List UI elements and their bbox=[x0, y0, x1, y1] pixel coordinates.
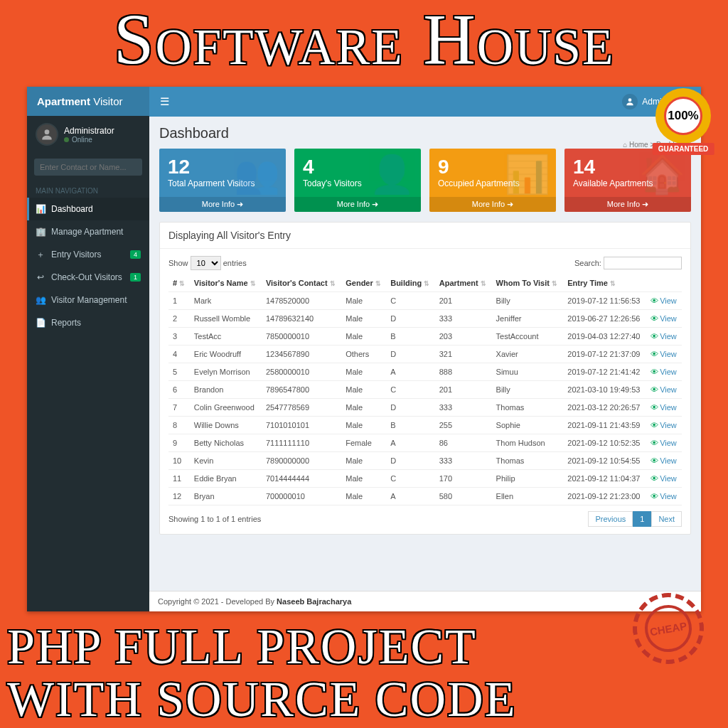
view-link[interactable]: 👁View bbox=[651, 332, 677, 341]
brand-light: Visitor bbox=[93, 95, 122, 107]
table-cell: Male bbox=[341, 310, 386, 328]
stat-card-3: 🏠14Available ApartmentsMore Info ➜ bbox=[564, 149, 691, 212]
view-link[interactable]: 👁View bbox=[651, 403, 677, 412]
eye-icon: 👁 bbox=[651, 350, 658, 358]
column-header[interactable]: Entry Time⇅ bbox=[563, 274, 646, 292]
sidebar-item-manage-apartment[interactable]: 🏢Manage Apartment bbox=[27, 220, 149, 243]
stat-bg-icon: 👤 bbox=[369, 153, 415, 196]
stats-row: 👥12Total Aparment VisitorsMore Info ➜👤4T… bbox=[159, 149, 691, 212]
sidebar-item-entry-visitors[interactable]: ＋Entry Visitors4 bbox=[27, 243, 149, 266]
stat-more-link[interactable]: More Info ➜ bbox=[429, 197, 556, 212]
table-cell: B bbox=[386, 328, 435, 346]
search-input[interactable] bbox=[34, 159, 142, 176]
sidebar-search: 🔍 bbox=[27, 153, 149, 181]
table-cell: 2019-07-12 21:41:42 bbox=[563, 363, 646, 381]
table-cell: 7890000000 bbox=[262, 452, 341, 470]
promo-title: Software House bbox=[0, 0, 728, 77]
table-row: 3TestAcc7850000010MaleB203TestAccount201… bbox=[168, 328, 682, 346]
table-cell: Male bbox=[341, 292, 386, 310]
view-link[interactable]: 👁View bbox=[651, 314, 677, 323]
table-cell: 2580000010 bbox=[262, 363, 341, 381]
view-link[interactable]: 👁View bbox=[651, 474, 677, 483]
table-cell: 888 bbox=[435, 363, 492, 381]
sidebar-item-reports[interactable]: 📄Reports bbox=[27, 311, 149, 334]
view-link[interactable]: 👁View bbox=[651, 296, 677, 305]
app-window: Apartment Visitor Administrator Online 🔍… bbox=[27, 87, 701, 611]
stat-more-link[interactable]: More Info ➜ bbox=[294, 197, 421, 212]
sidebar: Apartment Visitor Administrator Online 🔍… bbox=[27, 87, 149, 611]
column-header[interactable]: Apartment⇅ bbox=[435, 274, 492, 292]
column-header[interactable]: Building⇅ bbox=[386, 274, 435, 292]
view-link[interactable]: 👁View bbox=[651, 456, 677, 465]
table-cell: Billy bbox=[492, 381, 564, 399]
table-row: 9Betty Nicholas7111111110FemaleA86Thom H… bbox=[168, 434, 682, 452]
table-cell: Male bbox=[341, 452, 386, 470]
sidebar-item-check-out-visitors[interactable]: ↩Check-Out Visitors1 bbox=[27, 266, 149, 289]
column-header[interactable]: Gender⇅ bbox=[341, 274, 386, 292]
table-cell: Simuu bbox=[492, 363, 564, 381]
view-link[interactable]: 👁View bbox=[651, 350, 677, 358]
stat-bg-icon: 📊 bbox=[504, 153, 550, 196]
table-cell: Willie Downs bbox=[190, 417, 262, 434]
table-row: 6Brandon7896547800MaleC201Billy2021-03-1… bbox=[168, 381, 682, 399]
pager-page-1[interactable]: 1 bbox=[633, 511, 651, 527]
table-cell: Billy bbox=[492, 292, 564, 310]
view-link[interactable]: 👁View bbox=[651, 439, 677, 447]
sort-icon: ⇅ bbox=[552, 280, 557, 287]
table-cell: Jeniffer bbox=[492, 310, 564, 328]
stat-bg-icon: 🏠 bbox=[639, 153, 685, 196]
eye-icon: 👁 bbox=[651, 314, 658, 323]
sidebar-item-dashboard[interactable]: 📊Dashboard bbox=[27, 198, 149, 220]
pager-next[interactable]: Next bbox=[651, 511, 682, 527]
column-header[interactable] bbox=[646, 274, 682, 292]
table-row: 11Eddie Bryan7014444444MaleC170Philip202… bbox=[168, 470, 682, 488]
table-cell: Male bbox=[341, 470, 386, 488]
table-cell: 2019-07-12 21:37:09 bbox=[563, 346, 646, 363]
table-cell: A bbox=[386, 363, 435, 381]
table-cell: Colin Greenwood bbox=[190, 399, 262, 417]
sort-icon: ⇅ bbox=[481, 280, 486, 287]
column-header[interactable]: Whom To Visit⇅ bbox=[492, 274, 564, 292]
view-link[interactable]: 👁View bbox=[651, 385, 677, 394]
table-cell: C bbox=[386, 292, 435, 310]
table-row: 1Mark1478520000MaleC201Billy2019-07-12 1… bbox=[168, 292, 682, 310]
entries-select[interactable]: 10 bbox=[191, 256, 221, 270]
view-link[interactable]: 👁View bbox=[651, 421, 677, 429]
column-header[interactable]: Visitor's Contact⇅ bbox=[262, 274, 341, 292]
brand: Apartment Visitor bbox=[27, 87, 149, 116]
view-link[interactable]: 👁View bbox=[651, 368, 677, 376]
panel-title: Displaying All Visitor's Entry bbox=[160, 223, 690, 249]
table-cell: Others bbox=[341, 346, 386, 363]
badge-value: 100% bbox=[664, 97, 702, 135]
table-search-input[interactable] bbox=[604, 257, 682, 269]
svg-point-0 bbox=[45, 129, 50, 134]
sort-icon: ⇅ bbox=[375, 280, 381, 287]
table-row: 5Evelyn Morrison2580000010MaleA888Simuu2… bbox=[168, 363, 682, 381]
view-link[interactable]: 👁View bbox=[651, 492, 677, 500]
visitors-panel: Displaying All Visitor's Entry Show 10 e… bbox=[159, 222, 691, 535]
visitors-table: #⇅Visitor's Name⇅Visitor's Contact⇅Gende… bbox=[168, 274, 682, 505]
stat-more-link[interactable]: More Info ➜ bbox=[564, 197, 691, 212]
pager-prev[interactable]: Previous bbox=[588, 511, 633, 527]
table-cell: 2019-07-12 11:56:53 bbox=[563, 292, 646, 310]
column-header[interactable]: Visitor's Name⇅ bbox=[190, 274, 262, 292]
table-cell: Philip bbox=[492, 470, 564, 488]
sidebar-item-visitor-management[interactable]: 👥Visitor Management bbox=[27, 289, 149, 311]
sort-icon: ⇅ bbox=[179, 280, 185, 287]
hamburger-button[interactable]: ☰ bbox=[149, 87, 179, 117]
table-cell: Eddie Bryan bbox=[190, 470, 262, 488]
user-icon bbox=[625, 97, 635, 107]
table-cell: 7850000010 bbox=[262, 328, 341, 346]
column-header[interactable]: #⇅ bbox=[168, 274, 190, 292]
sort-icon: ⇅ bbox=[330, 280, 336, 287]
table-cell: Male bbox=[341, 381, 386, 399]
table-cell: 1234567890 bbox=[262, 346, 341, 363]
stat-more-link[interactable]: More Info ➜ bbox=[159, 197, 286, 212]
table-cell: TestAcc bbox=[190, 328, 262, 346]
table-cell: 14789632140 bbox=[262, 310, 341, 328]
table-cell: 8 bbox=[168, 417, 190, 434]
nav-badge: 4 bbox=[130, 250, 141, 259]
table-row: 7Colin Greenwood2547778569MaleD333Thomas… bbox=[168, 399, 682, 417]
table-cell: TestAccount bbox=[492, 328, 564, 346]
nav-icon: ＋ bbox=[36, 250, 46, 259]
